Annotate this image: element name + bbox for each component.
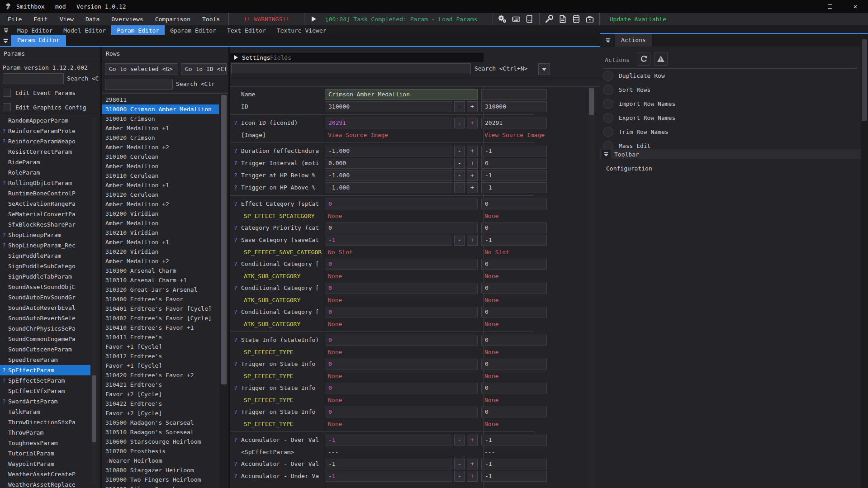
- field-value-input[interactable]: 0: [325, 407, 478, 417]
- view-source-image-link[interactable]: View Source Image: [325, 132, 388, 138]
- tab-param-editor[interactable]: Param Editor: [111, 25, 165, 35]
- row-list-item[interactable]: 310402 Erdtree's Favor [Cycle]: [102, 313, 219, 323]
- refresh-icon[interactable]: [637, 52, 650, 66]
- action-radio-circle[interactable]: [603, 71, 613, 81]
- action-radio-circle[interactable]: [603, 113, 613, 123]
- row-list-item[interactable]: 310110 Cerulean Amber Medallion +1: [102, 171, 219, 190]
- rows-scrollbar[interactable]: [220, 95, 228, 488]
- row-list-item[interactable]: 310410 Erdtree's Favor +1: [102, 323, 219, 332]
- param-list-item[interactable]: SoundChrPhysicsSePa: [0, 323, 90, 334]
- decrement-button[interactable]: -: [454, 435, 465, 445]
- tab-map-editor[interactable]: Map Editor: [12, 25, 58, 35]
- toolbox-icon[interactable]: [583, 13, 597, 25]
- row-list-item[interactable]: 310401 Erdtree's Favor [Cycle]: [102, 304, 219, 313]
- fields-scrollbar[interactable]: [588, 87, 595, 488]
- action-item-export-row-names[interactable]: Export Row Names: [600, 111, 861, 125]
- decrement-button[interactable]: -: [454, 118, 465, 128]
- row-list-item[interactable]: 310412 Erdtree's Favor +1 [Cycle]: [102, 351, 219, 370]
- menu-view[interactable]: View: [54, 16, 80, 23]
- param-list-item[interactable]: SoundAutoReverbEval: [0, 303, 90, 313]
- go-to-selected-button[interactable]: Go to selected <G>: [105, 63, 178, 75]
- field-value-input[interactable]: 0: [325, 307, 478, 317]
- param-list-item[interactable]: SoundAutoReverbSele: [0, 313, 90, 323]
- param-list-item[interactable]: ?ShopLineupParam: [0, 230, 90, 240]
- row-list-item[interactable]: 310800 Stargazer Heirloom: [102, 465, 219, 475]
- tab-param-editor[interactable]: Param Editor: [11, 35, 66, 46]
- field-value-input[interactable]: 0: [325, 283, 478, 294]
- row-list-item[interactable]: 310700 Prosthesis-Wearer Heirloom: [102, 446, 219, 465]
- row-list-item[interactable]: 310500 Radagon's Scarseal: [102, 418, 219, 427]
- param-list-item[interactable]: ?SpEffectSetParam: [0, 375, 90, 386]
- param-list-item[interactable]: ?RollingObjLotParam: [0, 178, 90, 188]
- param-list-item[interactable]: SignPuddleParam: [0, 251, 90, 261]
- param-list-item[interactable]: SoundAssetSoundObjE: [0, 282, 90, 292]
- action-radio-circle[interactable]: [603, 127, 613, 137]
- field-value-input[interactable]: -1.000: [325, 182, 452, 193]
- warnings-indicator[interactable]: !! WARNINGS!!: [232, 16, 301, 23]
- decrement-button[interactable]: -: [454, 182, 465, 193]
- field-value-input[interactable]: -1: [325, 459, 452, 469]
- decrement-button[interactable]: -: [454, 235, 465, 246]
- chevron-down-icon[interactable]: [0, 35, 11, 46]
- field-value-input[interactable]: -1.000: [325, 170, 452, 181]
- field-value-input[interactable]: 0.000: [325, 158, 452, 169]
- param-list-item[interactable]: ThrowDirectionSfxPa: [0, 417, 90, 427]
- tab-model-editor[interactable]: Model Editor: [58, 25, 111, 35]
- row-list-item[interactable]: 310010 Crimson Amber Medallion +1: [102, 114, 219, 133]
- document-icon[interactable]: [556, 13, 569, 25]
- param-list-item[interactable]: SoundAutoEnvSoundGr: [0, 292, 90, 303]
- param-list-item[interactable]: SignPuddleSubCatego: [0, 261, 90, 271]
- field-value-input[interactable]: Crimson Amber Medallion: [325, 89, 478, 100]
- param-list-item[interactable]: ThrowParam: [0, 427, 90, 438]
- params-scrollbar[interactable]: [91, 118, 97, 484]
- decrement-button[interactable]: -: [454, 146, 465, 156]
- menu-data[interactable]: Data: [80, 16, 105, 23]
- param-list-item[interactable]: SpeedtreeParam: [0, 355, 90, 365]
- field-value-input[interactable]: 20291: [325, 118, 452, 128]
- action-item-duplicate-row[interactable]: Duplicate Row: [600, 69, 861, 83]
- param-list-item[interactable]: WeatherAssetCreateP: [0, 469, 90, 479]
- gears-icon[interactable]: [496, 13, 509, 25]
- param-list-item[interactable]: WaypointParam: [0, 459, 90, 469]
- decrement-button[interactable]: -: [454, 170, 465, 181]
- row-list-item[interactable]: 310411 Erdtree's Favor +1 [Cycle]: [102, 332, 219, 351]
- increment-button[interactable]: +: [467, 435, 478, 445]
- edit-graphics-config-checkbox[interactable]: [3, 103, 11, 111]
- field-value-input[interactable]: 0: [325, 359, 478, 370]
- decrement-button[interactable]: -: [454, 158, 465, 169]
- param-list-item[interactable]: RuntimeBoneControlP: [0, 188, 90, 199]
- settings-header[interactable]: Fields Settings: [230, 53, 484, 62]
- action-radio-circle[interactable]: [603, 85, 613, 95]
- decrement-button[interactable]: -: [454, 459, 465, 469]
- row-list-item[interactable]: 310600 Starscourge Heirloom: [102, 437, 219, 446]
- row-list-item[interactable]: 298011: [102, 95, 219, 104]
- param-list-item[interactable]: RideParam: [0, 157, 90, 167]
- chevron-down-icon[interactable]: [602, 150, 611, 159]
- field-value-input[interactable]: 0: [325, 383, 478, 393]
- play-icon[interactable]: [307, 13, 321, 25]
- tab-text-editor[interactable]: Text Editor: [222, 25, 271, 35]
- param-list-item[interactable]: RoleParam: [0, 167, 90, 178]
- row-list-item[interactable]: 310400 Erdtree's Favor: [102, 294, 219, 304]
- increment-button[interactable]: +: [467, 235, 478, 246]
- increment-button[interactable]: +: [467, 101, 478, 112]
- chevron-down-icon[interactable]: [0, 28, 12, 33]
- row-list-item[interactable]: 310220 Viridian Amber Medallion +2: [102, 247, 219, 266]
- field-value-input[interactable]: 0: [325, 259, 478, 270]
- param-list-item[interactable]: SfxBlockResSharePar: [0, 219, 90, 230]
- rows-search-input[interactable]: [105, 79, 173, 90]
- row-list-item[interactable]: 310210 Viridian Amber Medallion +1: [102, 228, 219, 247]
- field-value-input[interactable]: 0: [325, 199, 478, 209]
- row-list-item[interactable]: 310422 Erdtree's Favor +2 [Cycle]: [102, 399, 219, 418]
- actions-scrollbar[interactable]: [861, 34, 868, 488]
- go-to-id-button[interactable]: Go to ID <Ct: [181, 63, 227, 75]
- row-list-item[interactable]: 310900 Two Fingers Heirloom: [102, 475, 219, 484]
- row-list-item[interactable]: 311000 Silver Scarab: [102, 484, 219, 488]
- update-available-link[interactable]: Update Available: [602, 16, 674, 23]
- row-list-item[interactable]: 310120 Cerulean Amber Medallion +2: [102, 190, 219, 209]
- increment-button[interactable]: +: [467, 146, 478, 156]
- decrement-button[interactable]: -: [454, 471, 465, 482]
- param-list-item[interactable]: WeatherAssetReplace: [0, 479, 90, 488]
- row-list-item[interactable]: 310200 Viridian Amber Medallion: [102, 209, 219, 228]
- param-list-item[interactable]: RandomAppearParam: [0, 115, 90, 126]
